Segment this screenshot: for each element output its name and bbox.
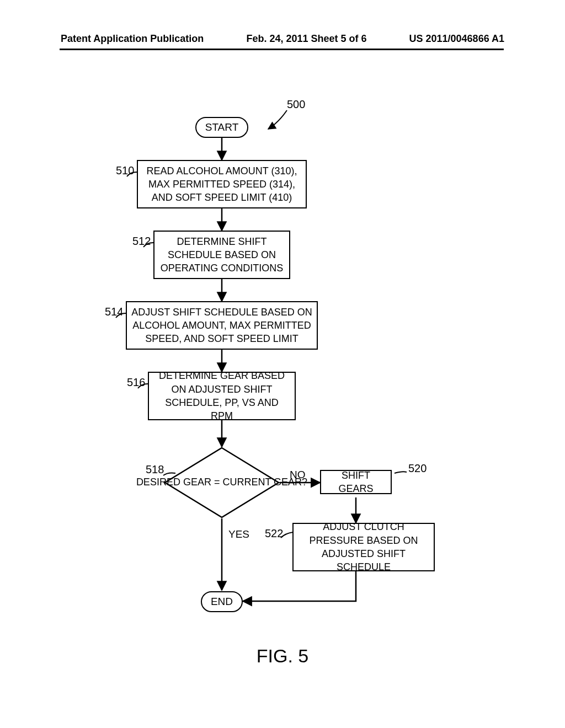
edge-yes: YES <box>228 528 249 540</box>
process-514: ADJUST SHIFT SCHEDULE BASED ON ALCOHOL A… <box>126 301 318 350</box>
process-520: SHIFT GEARS <box>320 470 392 494</box>
process-516: DETERMINE GEAR BASED ON ADJUSTED SHIFT S… <box>148 372 296 420</box>
ref-520: 520 <box>408 462 427 475</box>
terminator-end-label: END <box>211 596 233 608</box>
ref-518: 518 <box>146 463 164 476</box>
decision-518: DESIRED GEAR = CURRENT GEAR? <box>164 447 280 518</box>
edge-no: NO <box>290 469 306 481</box>
ref-522: 522 <box>265 527 283 540</box>
process-510-label: READ ALCOHOL AMOUNT (310), MAX PERMITTED… <box>142 164 301 205</box>
ref-500: 500 <box>287 98 305 111</box>
ref-512: 512 <box>132 235 151 248</box>
ref-516: 516 <box>127 376 145 389</box>
terminator-start-label: START <box>205 121 239 133</box>
process-522: ADJUST CLUTCH PRESSURE BASED ON ADJUSTED… <box>292 523 435 571</box>
process-516-label: DETERMINE GEAR BASED ON ADJUSTED SHIFT S… <box>153 369 290 422</box>
process-514-label: ADJUST SHIFT SCHEDULE BASED ON ALCOHOL A… <box>131 306 312 346</box>
process-510: READ ALCOHOL AMOUNT (310), MAX PERMITTED… <box>137 160 307 208</box>
ref-510: 510 <box>116 164 134 177</box>
flowchart-connectors <box>0 0 565 728</box>
figure-label: FIG. 5 <box>257 645 308 667</box>
terminator-start: START <box>195 117 248 138</box>
process-512-label: DETERMINE SHIFT SCHEDULE BASED ON OPERAT… <box>159 235 285 275</box>
ref-514: 514 <box>105 306 123 318</box>
terminator-end: END <box>201 591 243 612</box>
process-512: DETERMINE SHIFT SCHEDULE BASED ON OPERAT… <box>153 231 290 279</box>
process-522-label: ADJUST CLUTCH PRESSURE BASED ON ADJUSTED… <box>298 520 429 574</box>
flowchart-diagram: START READ ALCOHOL AMOUNT (310), MAX PER… <box>0 0 565 728</box>
process-520-label: SHIFT GEARS <box>326 469 386 496</box>
decision-518-label: DESIRED GEAR = CURRENT GEAR? <box>136 476 307 489</box>
